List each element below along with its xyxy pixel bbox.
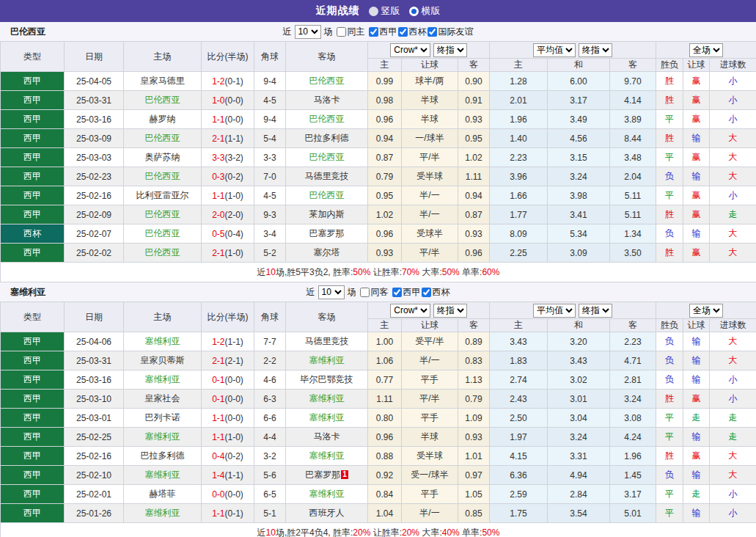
half-time-score: (0-0) (225, 114, 243, 125)
rows-body: 西甲25-04-05皇家马德里1-2(0-1)9-4巴伦西亚0.99球半/两0.… (1, 72, 756, 263)
sub-header-odds-handicap: 让球 (402, 59, 458, 72)
result-handicap: 输 (683, 370, 710, 390)
odds-home: 0.96 (368, 428, 402, 447)
home-team: 皇家马德里 (124, 72, 202, 91)
away-team-name: 塞维利亚 (309, 450, 345, 461)
half-time-score: (1-1) (225, 470, 243, 481)
corner-count: 5-4 (254, 129, 286, 148)
match-row: 西甲25-02-25塞维利亚1-1(1-0)4-4马洛卡0.96半球0.931.… (1, 428, 756, 447)
odds-stage-select[interactable]: 终指 (433, 304, 467, 318)
half-time-score: (1-1) (225, 337, 243, 347)
match-row: 西甲25-03-16塞维利亚0-1(0-0)4-6毕尔巴鄂竞技0.77平手1.1… (1, 370, 756, 390)
result-handicap: 走 (683, 485, 710, 504)
odds-company-select[interactable]: Crow* (390, 43, 430, 57)
summary-segment: 50% (353, 267, 370, 277)
avg-home: 1.40 (490, 129, 548, 148)
result-outcome: 胜 (656, 72, 683, 91)
avg-type-select[interactable]: 平均值 (533, 43, 576, 57)
corner-count: 9-4 (254, 110, 286, 129)
league-filter[interactable]: 国际友谊 (427, 26, 474, 38)
odds-stage-select[interactable]: 终指 (433, 43, 467, 57)
odds-away: 0.91 (458, 91, 490, 110)
games-label: 场 (348, 286, 356, 299)
league-checkbox[interactable] (427, 27, 437, 37)
league-filter[interactable]: 西杯 (421, 286, 450, 299)
odds-away: 0.93 (458, 428, 490, 447)
home-team: 巴伦西亚 (124, 224, 202, 244)
sub-header-odds-away: 客 (458, 319, 490, 332)
away-team-name: 塞维利亚 (309, 412, 345, 423)
summary-segment: 单率: (460, 527, 482, 537)
league-filter-label: 西甲 (380, 26, 397, 38)
avg-draw: 4.56 (548, 129, 610, 148)
league-filter-label: 西杯 (433, 286, 450, 299)
home-team-name: 巴伦西亚 (145, 171, 180, 181)
avg-draw: 3.41 (548, 205, 610, 224)
league-type-badge: 西甲 (1, 129, 65, 148)
section-filter-row: 巴伦西亚 近 10 场 同主 西甲西杯国际友谊 (0, 22, 756, 41)
score-cell: 1-1(1-0) (202, 428, 254, 447)
radio-icon[interactable] (409, 7, 419, 16)
corner-count: 4-6 (254, 370, 286, 390)
recent-count-select[interactable]: 10 (318, 285, 345, 299)
avg-home: 1.28 (490, 72, 548, 91)
same-side-filter[interactable]: 同客 (359, 286, 389, 299)
full-time-score: 1-1 (212, 191, 224, 201)
league-filter[interactable]: 西杯 (397, 26, 427, 38)
avg-type-select[interactable]: 平均值 (533, 304, 576, 318)
league-filter[interactable]: 西甲 (392, 286, 421, 299)
away-team-name: 马洛卡 (314, 431, 340, 442)
odds-company-select[interactable]: Crow* (390, 304, 430, 318)
odds-home: 0.79 (368, 167, 402, 186)
odds-handicap: 半/一 (402, 205, 458, 224)
half-time-score: (0-4) (225, 229, 243, 239)
sub-header-handicap-result: 让球 (683, 59, 710, 72)
away-team-name: 塞维利亚 (309, 393, 345, 403)
odds-home: 0.98 (368, 91, 402, 110)
sub-header-handicap-result: 让球 (683, 319, 710, 332)
same-side-checkbox[interactable] (360, 288, 370, 297)
sub-header-odds-away: 客 (458, 59, 490, 72)
league-checkbox[interactable] (392, 288, 402, 297)
col-header-corner: 角球 (254, 42, 286, 72)
sub-header-avg-away: 客 (610, 59, 656, 72)
summary-segment: 10 (266, 527, 276, 537)
league-filter[interactable]: 西甲 (368, 26, 397, 38)
result-goals: 小 (710, 504, 756, 523)
score-cell: 0-4(0-2) (202, 447, 254, 466)
odds-home: 1.00 (368, 332, 402, 351)
games-label: 场 (324, 26, 333, 38)
same-side-filter[interactable]: 同主 (336, 26, 365, 38)
score-cell: 1-4(1-1) (202, 466, 254, 485)
odds-home: 0.99 (368, 72, 402, 91)
home-team: 巴伦西亚 (124, 205, 202, 224)
league-checkbox[interactable] (398, 27, 408, 37)
odds-away: 1.13 (458, 370, 490, 390)
odds-home: 1.04 (368, 504, 402, 523)
result-handicap: 输 (683, 466, 710, 485)
odds-home: 0.96 (368, 224, 402, 244)
match-row: 西甲25-01-26塞维利亚1-1(0-1)5-1西班牙人1.04半/一0.85… (1, 504, 756, 523)
view-option[interactable]: 横版 (409, 4, 441, 18)
odds-home: 0.77 (368, 370, 402, 390)
radio-icon[interactable] (369, 7, 378, 16)
home-team-name: 塞维利亚 (145, 374, 180, 384)
avg-away: 5.11 (610, 205, 656, 224)
recent-count-select[interactable]: 10 (295, 25, 321, 39)
view-option[interactable]: 竖版 (369, 4, 400, 18)
away-team-name: 巴伦西亚 (309, 76, 345, 86)
match-row: 西甲25-03-09巴伦西亚2-1(1-1)5-4巴拉多利德0.94一/球半0.… (1, 129, 756, 148)
league-checkbox[interactable] (369, 27, 378, 37)
odds-handicap: 半球 (402, 110, 458, 129)
league-checkbox[interactable] (422, 288, 431, 297)
scope-select[interactable]: 全场 (689, 43, 723, 57)
avg-draw: 3.43 (548, 351, 610, 370)
sub-header-goals: 进球数 (710, 59, 756, 72)
team-section: 塞维利亚 近 10 场 同客 西甲西杯 类型 日期 主场 (0, 282, 756, 537)
full-time-score: 1-1 (212, 508, 224, 519)
avg-stage-select[interactable]: 终指 (579, 43, 612, 57)
same-side-checkbox[interactable] (337, 27, 346, 37)
avg-stage-select[interactable]: 终指 (579, 304, 612, 318)
result-handicap: 输 (683, 129, 710, 148)
scope-select[interactable]: 全场 (689, 304, 723, 318)
